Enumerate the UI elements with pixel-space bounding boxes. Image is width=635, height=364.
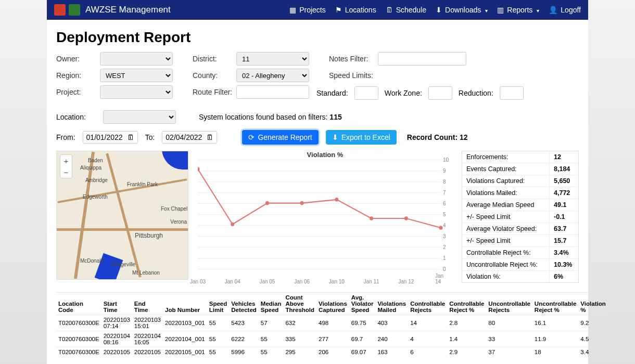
column-header[interactable]: Controllable Reject % — [447, 293, 486, 315]
nav-downloads[interactable]: ⬇Downloads — [436, 6, 488, 14]
stats-label: +/- Speed Limit — [462, 235, 549, 246]
reduction-input[interactable] — [500, 86, 524, 100]
district-select[interactable]: 11 — [236, 52, 309, 66]
flag-icon: ⚑ — [335, 6, 342, 14]
stats-label: Events Captured: — [462, 163, 549, 175]
stats-label: Controllable Reject %: — [462, 247, 549, 258]
date-row: From: 01/01/2022 🗓 To: 02/04/2022 🗓 ⟳ Ge… — [56, 130, 579, 145]
location-select[interactable] — [103, 110, 176, 124]
refresh-icon: ⟳ — [248, 133, 255, 141]
stats-value: -0.1 — [549, 211, 578, 223]
map-place-label: Mt Lebanon — [132, 270, 160, 276]
column-header[interactable]: Controllable Rejects — [408, 293, 447, 315]
column-header[interactable]: Job Number — [163, 293, 207, 315]
nav-logoff[interactable]: 👤Logoff — [549, 6, 581, 14]
from-label: From: — [56, 133, 75, 141]
zoom-out-button[interactable]: − — [60, 166, 72, 178]
nav-reports[interactable]: ▥Reports — [497, 6, 539, 14]
stats-value: 4,772 — [549, 187, 578, 199]
notes-input[interactable] — [378, 52, 466, 66]
to-label: To: — [145, 133, 155, 141]
stats-row: Events Captured:8,184 — [462, 163, 578, 175]
svg-point-0 — [198, 167, 200, 171]
brand-logos — [54, 4, 80, 16]
record-count: Record Count: 12 — [407, 133, 468, 141]
zoom-in-button[interactable]: + — [60, 155, 72, 166]
calendar-icon: 🗓 — [206, 133, 213, 141]
owner-label: Owner: — [56, 55, 98, 63]
map-place-label: Verona — [170, 219, 187, 225]
stats-value: 6% — [549, 271, 578, 282]
map-place-label: Bridgeville — [111, 262, 135, 267]
svg-point-3 — [300, 201, 304, 205]
column-header[interactable]: Violation % — [578, 293, 607, 315]
stats-value: 10.3% — [549, 259, 578, 270]
notes-label: Notes Filter: — [329, 55, 376, 63]
stats-row: Uncontrollable Reject %:10.3% — [462, 259, 578, 271]
stats-row: Average Violator Speed:63.7 — [462, 223, 578, 235]
map-place-label: Baden — [88, 158, 103, 163]
stats-value: 3.4% — [549, 247, 578, 258]
route-input[interactable] — [236, 85, 309, 99]
brand-title: AWZSE Management — [85, 5, 171, 15]
region-select[interactable]: WEST — [100, 69, 173, 82]
column-header[interactable]: Location Code — [56, 293, 101, 315]
nav-links: ▦Projects ⚑Locations 🗓Schedule ⬇Download… — [289, 6, 581, 14]
county-select[interactable]: 02 - Allegheny — [236, 69, 309, 82]
standard-input[interactable] — [354, 86, 378, 100]
nav-schedule[interactable]: 🗓Schedule — [386, 6, 426, 14]
column-header[interactable]: Median Speed — [259, 293, 284, 315]
workzone-input[interactable] — [428, 86, 452, 100]
calendar-icon: 🗓 — [127, 133, 134, 141]
chevron-down-icon — [536, 6, 539, 14]
chevron-down-icon — [484, 6, 488, 14]
table-row: T0200760300E202201052022010520220105_001… — [56, 347, 608, 357]
region-label: Region: — [56, 71, 98, 80]
location-row: Location: System locations found based o… — [56, 110, 579, 124]
table-row: T0200760300E20220103 07:1420220103 15:01… — [56, 315, 608, 331]
map[interactable]: + − Baden Aliquippa Ambridge Franklin Pa… — [56, 151, 188, 280]
svg-point-7 — [439, 226, 443, 230]
stats-value: 15.7 — [549, 235, 578, 246]
stats-row: Violation %:6% — [462, 271, 578, 282]
data-table: Location CodeStart TimeEnd TimeJob Numbe… — [56, 292, 608, 357]
map-place-label: Fox Chapel — [161, 206, 187, 212]
user-icon: 👤 — [549, 6, 557, 14]
nav-locations[interactable]: ⚑Locations — [335, 6, 376, 14]
column-header[interactable]: Violations Captured — [316, 293, 349, 315]
column-header[interactable]: End Time — [132, 293, 163, 315]
navbar: AWZSE Management ▦Projects ⚑Locations 🗓S… — [47, 0, 588, 20]
column-header[interactable]: Avg. Violator Speed — [349, 293, 376, 315]
stats-value: 49.1 — [549, 199, 578, 211]
violation-chart: Violation % 012345678910Jan 03Jan 04Jan … — [198, 151, 452, 283]
calendar-icon: 🗓 — [386, 6, 393, 14]
column-header[interactable]: Start Time — [101, 293, 132, 315]
district-label: District: — [193, 55, 234, 63]
column-header[interactable]: Vehicles Detected — [229, 293, 259, 315]
from-date-input[interactable]: 01/01/2022 🗓 — [83, 131, 138, 144]
svg-point-6 — [404, 216, 408, 220]
owner-select[interactable] — [100, 52, 173, 66]
generate-report-button[interactable]: ⟳ Generate Report — [242, 130, 318, 145]
to-date-input[interactable]: 02/04/2022 🗓 — [162, 131, 217, 144]
column-header[interactable]: Uncontrollable Rejects — [486, 293, 532, 315]
column-header[interactable]: Count Above Threshold — [283, 293, 316, 315]
stats-row: Violations Captured:5,650 — [462, 175, 578, 187]
project-select[interactable] — [100, 85, 173, 99]
stats-label: Violations Captured: — [462, 175, 549, 187]
stats-label: Average Violator Speed: — [462, 223, 549, 235]
column-header[interactable]: Uncontrollable Reject % — [532, 293, 579, 315]
column-header[interactable]: Violations Mailed — [375, 293, 408, 315]
stats-value: 63.7 — [549, 223, 578, 235]
svg-point-2 — [265, 201, 269, 205]
county-label: County: — [193, 71, 234, 80]
stats-label: Enforcements: — [462, 151, 549, 163]
nav-projects[interactable]: ▦Projects — [289, 6, 326, 14]
column-header[interactable]: Speed Limit — [207, 293, 230, 315]
svg-point-1 — [231, 223, 234, 227]
export-excel-button[interactable]: ⬇ Export to Excel — [326, 130, 397, 145]
download-icon: ⬇ — [436, 6, 442, 14]
map-place-label: Franklin Park — [127, 181, 158, 187]
chart-title: Violation % — [198, 151, 452, 159]
location-label: Location: — [56, 113, 98, 121]
